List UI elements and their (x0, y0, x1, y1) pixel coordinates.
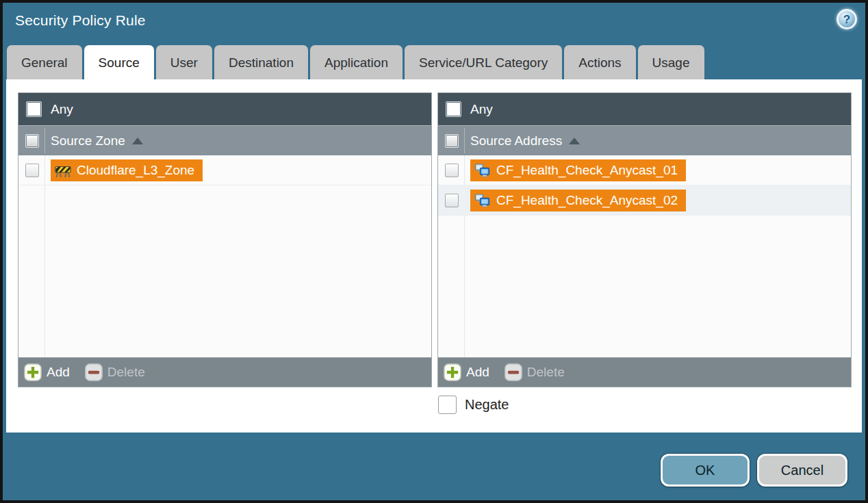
table-row[interactable]: Cloudflare_L3_Zone (18, 155, 431, 185)
add-plus-icon[interactable] (444, 363, 461, 381)
column-separator (44, 155, 45, 357)
negate-label: Negate (465, 397, 509, 413)
tab-destination[interactable]: Destination (214, 45, 308, 79)
tab-user[interactable]: User (156, 45, 212, 79)
source-zone-panel: Any Source Zone Cloudflare_L3_Zone (18, 92, 432, 387)
source-zone-footer: Add Delete (18, 357, 431, 387)
security-policy-rule-dialog: Security Policy Rule ? General Source Us… (0, 0, 868, 503)
source-zone-select-all-checkbox[interactable] (25, 134, 39, 148)
zone-icon (55, 162, 71, 179)
source-address-panel: Any Source Address CF_Health_Check_Anyca… (437, 92, 852, 387)
negate-row: Negate (438, 396, 509, 414)
row-checkbox[interactable] (25, 164, 39, 177)
source-zone-any-checkbox[interactable] (26, 101, 42, 117)
row-checkbox[interactable] (445, 194, 459, 207)
add-button[interactable]: Add (466, 365, 489, 380)
tab-general[interactable]: General (7, 45, 82, 79)
tab-usage[interactable]: Usage (638, 45, 704, 79)
source-address-footer: Add Delete (438, 357, 851, 387)
add-plus-icon[interactable] (24, 363, 42, 381)
address-item-chip[interactable]: CF_Health_Check_Anycast_01 (470, 159, 686, 181)
ok-button[interactable]: OK (661, 454, 750, 487)
sort-asc-icon (132, 138, 143, 144)
delete-minus-icon[interactable] (505, 363, 522, 381)
address-item-label: CF_Health_Check_Anycast_02 (496, 193, 678, 208)
table-row[interactable]: CF_Health_Check_Anycast_02 (438, 185, 851, 216)
address-item-chip[interactable]: CF_Health_Check_Anycast_02 (470, 190, 686, 211)
source-zone-list: Cloudflare_L3_Zone (18, 155, 431, 357)
source-address-any-checkbox[interactable] (446, 101, 461, 117)
address-icon (474, 162, 491, 179)
zone-item-chip[interactable]: Cloudflare_L3_Zone (51, 159, 203, 181)
tab-service-url-category[interactable]: Service/URL Category (405, 45, 562, 79)
sort-asc-icon (569, 138, 580, 144)
source-address-column-label: Source Address (470, 133, 562, 149)
tab-bar: General Source User Destination Applicat… (7, 45, 704, 79)
source-zone-column-header[interactable]: Source Zone (18, 125, 431, 155)
add-button[interactable]: Add (47, 365, 70, 380)
negate-checkbox[interactable] (438, 396, 457, 414)
column-separator (44, 128, 45, 153)
help-icon[interactable]: ? (837, 9, 857, 29)
source-zone-any-row: Any (18, 93, 431, 125)
zone-item-label: Cloudflare_L3_Zone (77, 163, 194, 178)
table-row[interactable]: CF_Health_Check_Anycast_01 (438, 155, 851, 185)
address-item-label: CF_Health_Check_Anycast_01 (496, 163, 678, 178)
delete-button[interactable]: Delete (527, 365, 565, 380)
source-address-list: CF_Health_Check_Anycast_01 CF_Health_Che… (438, 155, 851, 357)
address-icon (474, 192, 491, 209)
row-checkbox[interactable] (445, 164, 459, 177)
dialog-title: Security Policy Rule (15, 12, 146, 29)
source-zone-any-label: Any (51, 102, 73, 117)
source-address-any-label: Any (470, 102, 493, 117)
source-address-column-header[interactable]: Source Address (438, 125, 851, 155)
cancel-button[interactable]: Cancel (757, 454, 847, 487)
delete-minus-icon[interactable] (85, 363, 103, 381)
source-address-any-row: Any (438, 93, 851, 125)
tab-source[interactable]: Source (84, 45, 154, 79)
source-tab-content: Any Source Zone Cloudflare_L3_Zone (6, 79, 862, 433)
source-zone-column-label: Source Zone (51, 133, 125, 149)
tab-actions[interactable]: Actions (564, 45, 635, 79)
column-separator (464, 128, 465, 153)
tab-application[interactable]: Application (310, 45, 403, 79)
source-address-select-all-checkbox[interactable] (445, 134, 459, 148)
delete-button[interactable]: Delete (107, 365, 145, 380)
